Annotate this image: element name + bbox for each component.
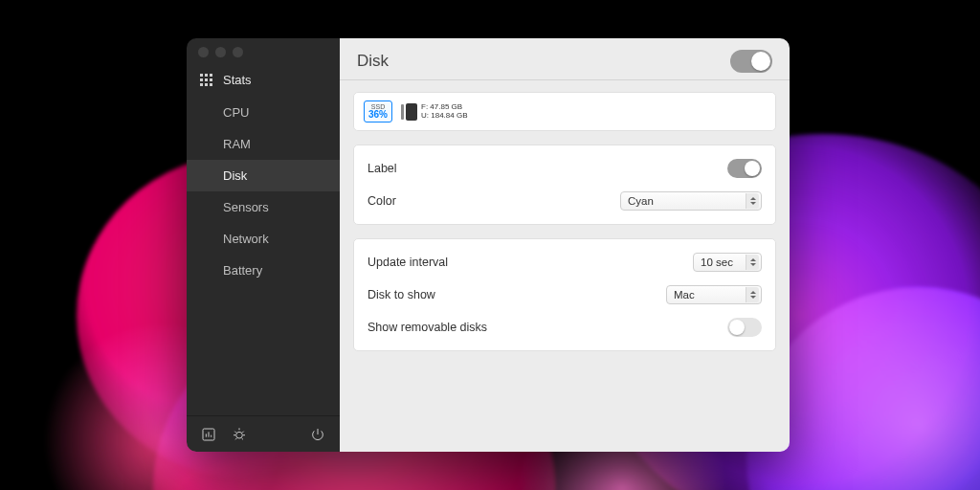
chart-icon[interactable] xyxy=(200,426,217,443)
bug-icon[interactable] xyxy=(231,426,248,443)
chevron-updown-icon xyxy=(746,287,759,302)
sidebar-item-cpu[interactable]: CPU xyxy=(187,97,340,128)
power-icon[interactable] xyxy=(309,426,326,443)
sidebar-item-battery[interactable]: Battery xyxy=(187,255,340,286)
color-select[interactable]: Cyan xyxy=(620,191,762,211)
update-interval-label: Update interval xyxy=(368,256,693,269)
label-row-label: Label xyxy=(368,162,727,175)
window-close-icon[interactable] xyxy=(198,47,209,57)
window-zoom-icon[interactable] xyxy=(233,47,243,57)
data-source-panel: Update interval 10 sec Disk to show Mac … xyxy=(353,238,776,351)
preview-ssd-percent: 36% xyxy=(368,109,388,120)
appearance-panel: Label Color Cyan xyxy=(353,145,776,225)
sidebar-header[interactable]: Stats xyxy=(187,65,340,97)
disk-to-show-select[interactable]: Mac xyxy=(666,285,762,304)
sidebar-item-ram[interactable]: RAM xyxy=(187,128,340,160)
show-removable-label: Show removable disks xyxy=(368,321,727,334)
preferences-window: Stats CPU RAM Disk Sensors Network Batte… xyxy=(187,38,790,452)
widget-preview-percent[interactable]: SSD 36% xyxy=(364,100,392,122)
svg-point-1 xyxy=(236,432,243,438)
dashboard-icon xyxy=(200,74,213,87)
preview-used-label: U: 184.84 GB xyxy=(421,112,467,121)
update-interval-value: 10 sec xyxy=(701,256,733,268)
disk-bar-icon xyxy=(406,103,417,121)
chevron-updown-icon xyxy=(746,193,759,209)
label-toggle[interactable] xyxy=(727,159,762,178)
sidebar-item-disk[interactable]: Disk xyxy=(187,160,340,191)
sidebar-item-network[interactable]: Network xyxy=(187,223,340,255)
sidebar-item-sensors[interactable]: Sensors xyxy=(187,191,340,223)
sidebar: Stats CPU RAM Disk Sensors Network Batte… xyxy=(187,38,340,452)
widget-preview-bar[interactable]: F: 47.85 GB U: 184.84 GB xyxy=(406,100,467,122)
show-removable-toggle[interactable] xyxy=(727,318,762,337)
widget-preview-panel: SSD 36% F: 47.85 GB U: 184.84 GB xyxy=(353,92,776,131)
update-interval-select[interactable]: 10 sec xyxy=(693,253,762,272)
window-minimize-icon[interactable] xyxy=(215,47,226,57)
disk-to-show-value: Mac xyxy=(674,289,695,301)
chevron-updown-icon xyxy=(746,255,759,270)
color-select-value: Cyan xyxy=(628,195,654,207)
color-row-label: Color xyxy=(368,194,620,208)
main-content: Disk SSD 36% F: 47.85 GB U: 184.84 GB xyxy=(340,38,790,452)
app-name-label: Stats xyxy=(223,73,252,87)
window-titlebar[interactable] xyxy=(187,38,790,65)
disk-to-show-label: Disk to show xyxy=(368,288,666,301)
